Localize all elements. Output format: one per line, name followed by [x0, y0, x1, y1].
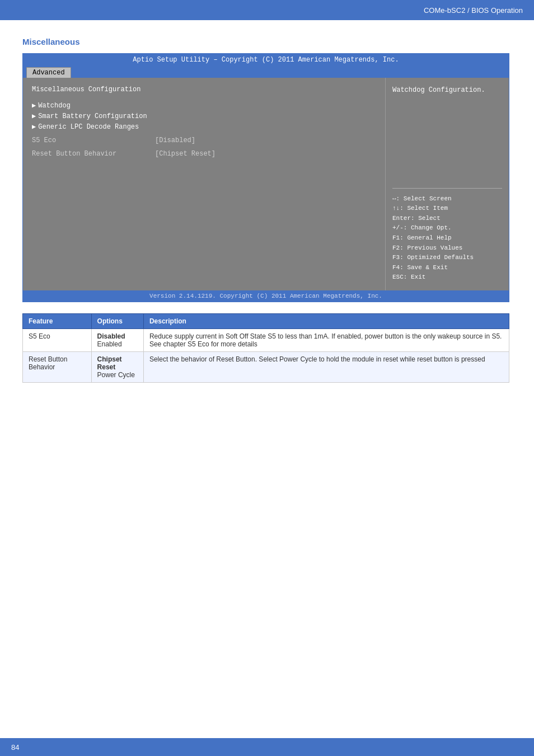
page-footer: 84 — [0, 738, 534, 756]
bios-menu-generic-lpc[interactable]: ▶ Generic LPC Decode Ranges — [32, 123, 376, 131]
desc-reset: Select the behavior of Reset Button. Sel… — [143, 352, 509, 383]
key-f2-prev: F2: Previous Values — [392, 243, 502, 253]
table-row: S5 Eco Disabled Enabled Reduce supply cu… — [23, 329, 509, 352]
page-number: 84 — [11, 743, 19, 752]
table-header-row: Feature Options Description — [23, 314, 509, 329]
col-description: Description — [143, 314, 509, 329]
arrow-icon-3: ▶ — [32, 123, 36, 131]
key-change-opt: +/-: Change Opt. — [392, 223, 502, 233]
menu-label-smart-battery: Smart Battery Configuration — [38, 112, 147, 120]
bios-right-panel: Watchdog Configuration. ↔: Select Screen… — [386, 78, 509, 290]
col-options: Options — [91, 314, 143, 329]
feature-reset: Reset Button Behavior — [23, 352, 92, 383]
bios-help-text: Watchdog Configuration. — [392, 86, 502, 95]
feature-s5eco: S5 Eco — [23, 329, 92, 352]
menu-label-generic-lpc: Generic LPC Decode Ranges — [38, 123, 139, 131]
col-feature: Feature — [23, 314, 92, 329]
bios-tabs: Advanced — [23, 66, 509, 78]
section-title: Miscellaneous — [22, 37, 512, 46]
options-s5eco: Disabled Enabled — [91, 329, 143, 352]
key-esc-exit: ESC: Exit — [392, 273, 502, 283]
key-f3-defaults: F3: Optimized Defaults — [392, 253, 502, 263]
desc-s5eco: Reduce supply current in Soft Off State … — [143, 329, 509, 352]
bios-keys: ↔: Select Screen ↑↓: Select Item Enter: … — [392, 194, 502, 283]
bios-body: Miscellaneous Configuration ▶ Watchdog ▶… — [23, 78, 509, 290]
s5eco-label: S5 Eco — [32, 137, 155, 144]
main-content: Miscellaneous Aptio Setup Utility – Copy… — [0, 20, 534, 400]
arrow-icon: ▶ — [32, 101, 36, 110]
bios-divider — [392, 188, 502, 189]
bios-field-reset-button: Reset Button Behavior [Chipset Reset] — [32, 150, 376, 158]
menu-label-watchdog: Watchdog — [38, 102, 71, 110]
option-chipset-reset-bold: Chipset Reset — [97, 355, 122, 371]
arrow-icon-2: ▶ — [32, 112, 36, 120]
bios-menu-watchdog[interactable]: ▶ Watchdog — [32, 101, 376, 110]
key-f4-save: F4: Save & Exit — [392, 263, 502, 273]
key-select-item: ↑↓: Select Item — [392, 204, 502, 214]
header-bar: COMe-bSC2 / BIOS Operation — [0, 0, 534, 20]
bios-section-label: Miscellaneous Configuration — [32, 86, 376, 93]
options-reset: Chipset Reset Power Cycle — [91, 352, 143, 383]
key-enter-select: Enter: Select — [392, 214, 502, 224]
bios-tab-advanced[interactable]: Advanced — [26, 67, 71, 78]
s5eco-value[interactable]: [Disabled] — [155, 137, 195, 144]
table-row: Reset Button Behavior Chipset Reset Powe… — [23, 352, 509, 383]
header-title: COMe-bSC2 / BIOS Operation — [424, 6, 523, 15]
option-enabled: Enabled — [97, 340, 122, 348]
bios-topbar: Aptio Setup Utility – Copyright (C) 2011… — [23, 54, 509, 66]
bios-left-panel: Miscellaneous Configuration ▶ Watchdog ▶… — [23, 78, 386, 290]
bios-menu-smart-battery[interactable]: ▶ Smart Battery Configuration — [32, 112, 376, 120]
key-select-screen: ↔: Select Screen — [392, 194, 502, 204]
bios-container: Aptio Setup Utility – Copyright (C) 2011… — [22, 53, 509, 302]
feature-table: Feature Options Description S5 Eco Disab… — [22, 313, 509, 383]
reset-button-label: Reset Button Behavior — [32, 150, 155, 158]
key-f1-help: F1: General Help — [392, 233, 502, 243]
bios-field-s5eco: S5 Eco [Disabled] — [32, 137, 376, 144]
bios-bottombar: Version 2.14.1219. Copyright (C) 2011 Am… — [23, 290, 509, 302]
reset-button-value[interactable]: [Chipset Reset] — [155, 150, 216, 158]
option-power-cycle: Power Cycle — [97, 371, 135, 379]
option-disabled-bold: Disabled — [97, 332, 125, 340]
